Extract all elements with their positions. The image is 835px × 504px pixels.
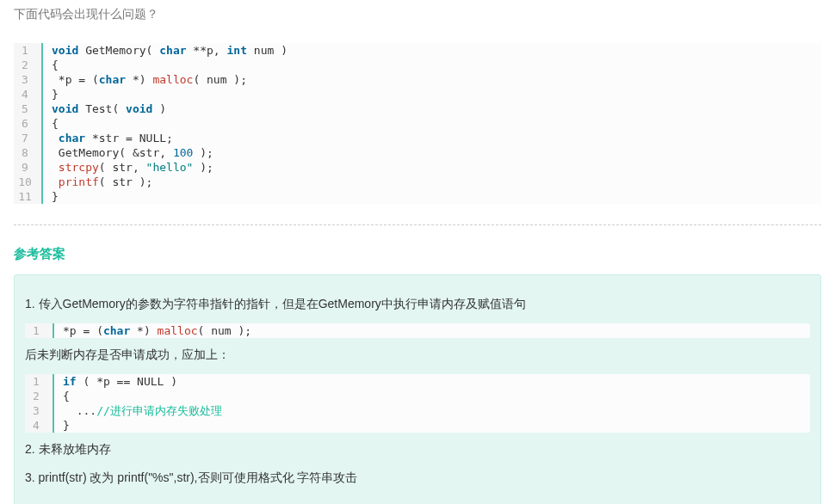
line-number: 6 [14, 116, 41, 131]
line-number: 3 [25, 403, 53, 418]
code-line: 11} [14, 189, 821, 204]
question-text: 下面代码会出现什么问题？ [0, 0, 835, 36]
code-content: } [41, 189, 821, 204]
line-number: 1 [14, 43, 41, 58]
code-content: strcpy( str, "hello" ); [41, 160, 821, 175]
code-content: *p = (char *) malloc( num ); [41, 72, 821, 87]
code-block-main: 1void GetMemory( char **p, int num )2{3 … [14, 43, 821, 204]
answer-heading: 参考答案 [14, 246, 821, 262]
line-number: 2 [25, 389, 53, 403]
code-content: } [41, 87, 821, 101]
line-number: 2 [14, 58, 41, 72]
code-content: void GetMemory( char **p, int num ) [41, 43, 821, 58]
line-number: 4 [25, 418, 53, 433]
code-content: ...//进行申请内存失败处理 [53, 403, 810, 418]
answer-box: 1. 传入GetMemory的参数为字符串指针的指针，但是在GetMemory中… [14, 274, 821, 504]
code-content: } [53, 418, 810, 433]
code-block-snippet-2: 1if ( *p == NULL )2{3 ...//进行申请内存失败处理4} [25, 374, 810, 433]
code-line: 4} [14, 87, 821, 101]
code-line: 9 strcpy( str, "hello" ); [14, 160, 821, 175]
code-line: 2{ [25, 389, 810, 403]
line-number: 7 [14, 131, 41, 145]
code-line: 7 char *str = NULL; [14, 131, 821, 145]
line-number: 8 [14, 145, 41, 160]
code-line: 1if ( *p == NULL ) [25, 374, 810, 389]
code-line: 5void Test( void ) [14, 101, 821, 116]
line-number: 11 [14, 189, 41, 204]
code-block-snippet-1: 1*p = (char *) malloc( num ); [25, 323, 810, 338]
line-number: 1 [25, 323, 53, 338]
answer-item-4: 3. printf(str) 改为 printf("%s",str),否则可使用… [25, 468, 810, 489]
code-content: { [41, 116, 821, 131]
answer-item-1: 1. 传入GetMemory的参数为字符串指针的指针，但是在GetMemory中… [25, 294, 810, 315]
line-number: 3 [14, 72, 41, 87]
code-line: 3 *p = (char *) malloc( num ); [14, 72, 821, 87]
line-number: 1 [25, 374, 53, 389]
code-content: { [53, 389, 810, 403]
code-line: 8 GetMemory( &str, 100 ); [14, 145, 821, 160]
answer-item-3: 2. 未释放堆内存 [25, 439, 810, 460]
code-line: 10 printf( str ); [14, 175, 821, 189]
code-line: 2{ [14, 58, 821, 72]
code-content: printf( str ); [41, 175, 821, 189]
line-number: 10 [14, 175, 41, 189]
divider [14, 224, 821, 225]
code-line: 1*p = (char *) malloc( num ); [25, 323, 810, 338]
code-content: { [41, 58, 821, 72]
line-number: 5 [14, 101, 41, 116]
code-line: 3 ...//进行申请内存失败处理 [25, 403, 810, 418]
answer-item-2: 后未判断内存是否申请成功，应加上： [25, 345, 810, 366]
line-number: 9 [14, 160, 41, 175]
code-line: 1void GetMemory( char **p, int num ) [14, 43, 821, 58]
line-number: 4 [14, 87, 41, 101]
code-content: void Test( void ) [41, 101, 821, 116]
code-line: 6{ [14, 116, 821, 131]
code-content: *p = (char *) malloc( num ); [53, 323, 810, 338]
code-content: char *str = NULL; [41, 131, 821, 145]
code-content: if ( *p == NULL ) [53, 374, 810, 389]
code-content: GetMemory( &str, 100 ); [41, 145, 821, 160]
code-line: 4} [25, 418, 810, 433]
